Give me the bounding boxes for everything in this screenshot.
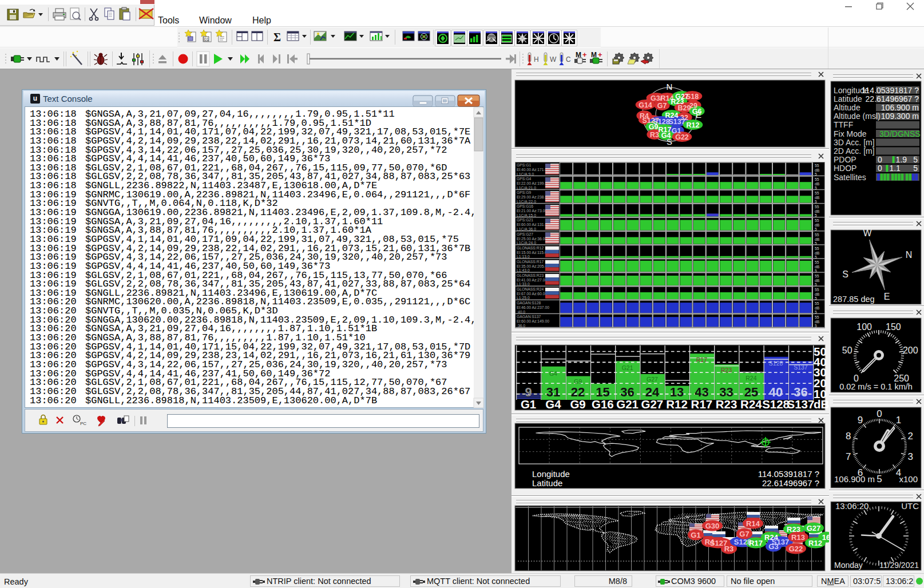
svg-text:GPS:G16: GPS:G16 [517,204,533,208]
svg-text:G3: G3 [768,542,778,551]
svg-text:GPS:G27: GPS:G27 [517,232,533,236]
svg-text:G22: G22 [675,133,689,141]
svg-text:100: 100 [856,322,872,332]
svg-text:dB: dB [815,223,820,227]
svg-text:2D Acc. [m]: 2D Acc. [m] [834,146,875,156]
svg-text:5: 5 [815,283,817,287]
svg-text:5: 5 [815,324,817,328]
svg-text:55: 55 [815,191,819,195]
svg-text:x100: x100 [899,474,918,484]
svg-text:El:22.00 Az:199.00: El:22.00 Az:199.00 [517,181,549,185]
svg-text:dB: dB [815,209,820,213]
svg-text:G22: G22 [789,545,803,553]
svg-text:R3: R3 [650,131,659,139]
svg-text:5: 5 [815,227,817,231]
svg-text:55: 55 [815,233,819,237]
svg-text:dB: dB [815,279,820,283]
svg-text:E: E [884,292,890,301]
svg-text:UTC: UTC [901,501,919,511]
svg-text:H: H [534,55,539,63]
svg-text:R17: R17 [691,398,713,411]
svg-text:El:15.00 Az:115.00: El:15.00 Az:115.00 [517,251,549,255]
svg-text:El:60.00 Az:149.00: El:60.00 Az:149.00 [517,319,549,323]
svg-text:dB: dB [815,306,820,310]
svg-text:El:60.00 Az:131.00: El:60.00 Az:131.00 [517,223,549,227]
svg-text:R23: R23 [716,398,737,411]
svg-text:dB: dB [815,265,820,269]
svg-text:S137: S137 [794,364,808,371]
svg-text:55: 55 [815,301,819,305]
svg-text:55: 55 [815,177,819,181]
svg-text:El:35.00 Az:205.00: El:35.00 Az:205.00 [517,264,549,268]
svg-text:dB: dB [815,320,820,324]
svg-text:Latitude: Latitude [532,478,562,488]
svg-text:C: C [566,55,571,63]
svg-text:55: 55 [815,315,819,319]
svg-text:5: 5 [815,241,817,245]
svg-text:150: 150 [886,322,901,332]
svg-text:200: 200 [903,345,918,355]
svg-text:Latitude: Latitude [834,94,862,104]
svg-text:S128: S128 [762,398,790,411]
svg-text:L1:25.0: L1:25.0 [517,296,530,300]
svg-text:El:40.00 Az:171.00: El:40.00 Az:171.00 [517,168,549,172]
svg-text:G9: G9 [574,378,582,385]
svg-text:N: N [667,82,673,92]
svg-text:R12: R12 [808,539,822,547]
svg-text:G7: G7 [657,102,667,110]
svg-text:G27: G27 [647,376,658,383]
svg-text:Fix Mode: Fix Mode [834,129,867,138]
svg-text:Satellites: Satellites [834,173,866,182]
svg-text:11/29/2021: 11/29/2021 [879,561,919,570]
svg-text:3D/DGNSS: 3D/DGNSS [879,129,921,138]
svg-text:El:29.00 Az:238.00: El:29.00 Az:238.00 [517,195,549,199]
svg-text:GLONASS:R24: GLONASS:R24 [517,287,544,291]
svg-text:El:67.00 Az:60.00: El:67.00 Az:60.00 [517,292,548,296]
svg-text:R12: R12 [687,121,700,129]
svg-text:5: 5 [815,172,817,176]
svg-text:5: 5 [815,186,817,190]
svg-text:G14: G14 [639,101,652,109]
svg-text:5: 5 [913,164,918,173]
svg-text:El:46.00 Az:237.00: El:46.00 Az:237.00 [517,305,549,309]
svg-text:1.1: 1.1 [889,164,901,173]
svg-text:GPS:G1: GPS:G1 [517,163,532,167]
svg-text:S128: S128 [769,360,783,367]
svg-text:5: 5 [815,310,817,314]
svg-text:GAGAN:S137: GAGAN:S137 [517,315,541,319]
svg-text:G16: G16 [592,398,614,411]
svg-text:G7: G7 [739,530,749,538]
svg-text::36.0: :36.0 [517,324,525,328]
svg-text:L1C/A:22.0: L1C/A:22.0 [517,200,536,204]
svg-text:Σ: Σ [273,31,281,43]
svg-text:5: 5 [815,200,817,204]
svg-text:3: 3 [907,451,913,462]
svg-text:9: 9 [858,415,863,426]
svg-text:55: 55 [815,274,819,278]
svg-text:5: 5 [815,269,817,273]
svg-text:55: 55 [815,205,819,209]
svg-text:HDOP: HDOP [834,164,856,173]
svg-text:G1: G1 [521,398,536,411]
svg-text:G27: G27 [807,524,821,533]
svg-text:01: 01 [204,37,209,41]
svg-text:55: 55 [815,288,819,292]
svg-text:G27: G27 [641,398,664,411]
svg-text:8: 8 [846,431,851,442]
svg-text:R12: R12 [666,398,688,411]
svg-text:1.9: 1.9 [896,155,907,164]
svg-text:R14: R14 [746,519,760,528]
svg-text:55: 55 [815,260,819,264]
svg-text:S137: S137 [787,398,814,411]
svg-text:Longitude: Longitude [532,469,570,479]
svg-text:G9: G9 [570,398,585,411]
svg-text:5: 5 [877,474,882,484]
svg-text:GAGAN:S128: GAGAN:S128 [517,301,541,305]
svg-text:50: 50 [842,345,852,355]
svg-text:5: 5 [815,255,817,259]
svg-text:55: 55 [815,247,819,251]
svg-text:R23: R23 [721,367,732,374]
svg-text:GLONASS:R17: GLONASS:R17 [517,260,544,264]
svg-text:R13: R13 [791,533,805,542]
svg-text:22.61496967 ?: 22.61496967 ? [762,478,819,488]
